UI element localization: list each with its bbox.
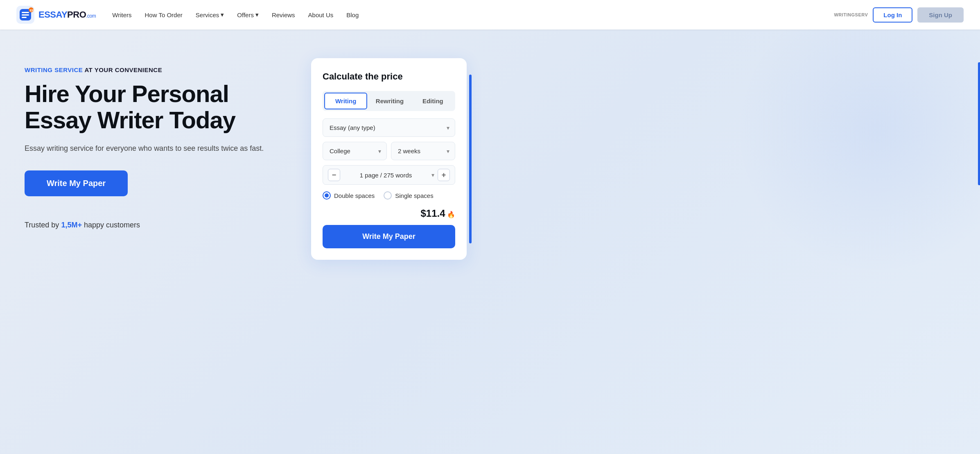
navbar: EP ESSAYPRO.com Writers How To Order Ser… (0, 0, 980, 30)
nav-services[interactable]: Services ▾ (196, 11, 224, 18)
double-spaces-option[interactable]: Double spaces (323, 191, 375, 200)
nav-how-to-order[interactable]: How To Order (145, 11, 183, 18)
paper-type-wrapper: Essay (any type) Research Paper Term Pap… (323, 118, 455, 137)
logo[interactable]: EP ESSAYPRO.com (16, 6, 96, 24)
double-spaces-label: Double spaces (334, 192, 375, 199)
svg-rect-2 (22, 12, 29, 13)
spacing-options: Double spaces Single spaces (323, 191, 455, 200)
academic-level-wrapper: High School College Undergraduate Master… (323, 142, 387, 160)
hero-subtitle: WRITING SERVICE AT YOUR CONVENIENCE (25, 66, 287, 73)
nav-blog[interactable]: Blog (346, 11, 359, 18)
tab-rewriting[interactable]: Rewriting (369, 93, 410, 109)
hero-content: WRITING SERVICE AT YOUR CONVENIENCE Hire… (25, 58, 287, 229)
deadline-select[interactable]: 3 hours 1 day 3 days 1 week 2 weeks 3 we… (391, 142, 455, 160)
calc-card: Calculate the price Writing Rewriting Ed… (311, 58, 467, 260)
calc-tabs: Writing Rewriting Editing (323, 91, 455, 111)
calculator-panel: Calculate the price Writing Rewriting Ed… (311, 58, 467, 260)
nav-right: WRITINGSERV Log In Sign Up (834, 7, 964, 23)
trusted-suffix: happy customers (82, 221, 140, 229)
nav-about[interactable]: About Us (308, 11, 334, 18)
tab-writing[interactable]: Writing (324, 93, 367, 109)
signup-button[interactable]: Sign Up (917, 7, 964, 23)
trusted-count: 1,5M+ (61, 221, 82, 229)
single-spaces-option[interactable]: Single spaces (384, 191, 433, 200)
fire-icon: 🔥 (447, 211, 455, 218)
hero-subtitle-blue: WRITING SERVICE (25, 66, 83, 73)
single-spaces-radio (384, 191, 392, 200)
pages-chevron-icon: ▾ (431, 172, 434, 178)
double-spaces-radio (323, 191, 331, 200)
pages-value: 1 page / 275 words (343, 172, 428, 179)
academic-level-select[interactable]: High School College Undergraduate Master… (323, 142, 387, 160)
hero-write-button[interactable]: Write My Paper (25, 170, 128, 196)
price-display: $11.4 🔥 (323, 208, 455, 219)
essaypro-logo-icon: EP (16, 6, 34, 24)
writingserv-badge: WRITINGSERV (834, 12, 868, 17)
nav-reviews[interactable]: Reviews (272, 11, 295, 18)
paper-type-select[interactable]: Essay (any type) Research Paper Term Pap… (323, 118, 455, 137)
price-value: $11.4 (420, 208, 445, 219)
pages-increase-button[interactable]: + (438, 169, 450, 181)
svg-text:EP: EP (30, 9, 34, 12)
hero-description: Essay writing service for everyone who w… (25, 143, 287, 154)
offers-chevron-icon: ▾ (255, 11, 259, 18)
calc-title: Calculate the price (323, 71, 455, 82)
nav-links: Writers How To Order Services ▾ Offers ▾… (112, 11, 834, 18)
hero-section: WRITING SERVICE AT YOUR CONVENIENCE Hire… (0, 30, 980, 454)
hero-subtitle-dark: AT YOUR CONVENIENCE (84, 66, 162, 73)
logo-text: ESSAYPRO.com (38, 9, 96, 20)
pages-stepper: − 1 page / 275 words ▾ + (323, 165, 455, 185)
login-button[interactable]: Log In (873, 7, 912, 23)
nav-offers[interactable]: Offers ▾ (237, 11, 259, 18)
trusted-text: Trusted by 1,5M+ happy customers (25, 221, 287, 229)
services-chevron-icon: ▾ (221, 11, 224, 18)
side-accent-decoration (978, 62, 980, 185)
level-deadline-row: High School College Undergraduate Master… (323, 142, 455, 160)
pages-decrease-button[interactable]: − (328, 169, 340, 181)
hero-title: Hire Your Personal Essay Writer Today (25, 81, 287, 133)
nav-writers[interactable]: Writers (112, 11, 131, 18)
svg-rect-4 (22, 17, 27, 18)
trusted-prefix: Trusted by (25, 221, 61, 229)
deadline-wrapper: 3 hours 1 day 3 days 1 week 2 weeks 3 we… (391, 142, 455, 160)
svg-rect-3 (22, 14, 29, 16)
calc-write-button[interactable]: Write My Paper (323, 225, 455, 248)
single-spaces-label: Single spaces (395, 192, 433, 199)
tab-editing[interactable]: Editing (412, 93, 454, 109)
